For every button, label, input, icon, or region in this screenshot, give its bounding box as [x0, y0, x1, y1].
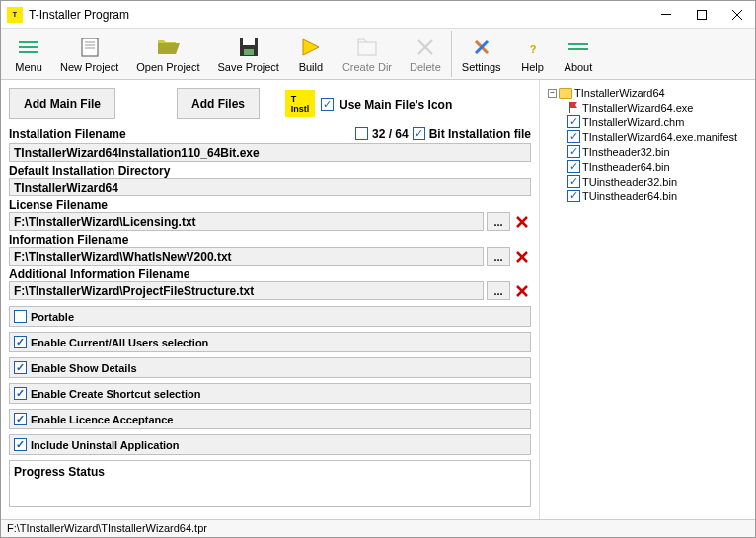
svg-rect-4 — [19, 41, 38, 43]
install-icon: TInstl — [285, 90, 315, 117]
app-icon: T — [7, 7, 23, 23]
tree-item-label: TInstallerWizard64.exe.manifest — [582, 131, 737, 143]
chk-bit-install[interactable] — [413, 127, 425, 140]
svg-rect-7 — [82, 38, 98, 56]
use-main-icon-checkbox[interactable] — [321, 98, 334, 111]
tree-item-label: TInstallerWizard64.exe — [582, 102, 694, 114]
svg-rect-6 — [19, 51, 38, 53]
close-button[interactable] — [719, 2, 755, 28]
new-project-button[interactable]: New Project — [52, 31, 126, 77]
option-details[interactable]: Enable Show Details — [9, 357, 531, 378]
default-dir-field[interactable] — [9, 178, 531, 196]
option-licence-label: Enable Licence Acceptance — [31, 414, 174, 425]
open-project-button[interactable]: Open Project — [128, 31, 207, 77]
addl-info-clear-button[interactable] — [513, 282, 531, 300]
title-bar: T T-Installer Program — [1, 1, 755, 29]
about-button[interactable]: About — [557, 31, 601, 77]
folder-icon — [559, 88, 572, 99]
tree-item[interactable]: TInstallerWizard64.exe.manifest — [544, 129, 751, 144]
svg-rect-21 — [568, 48, 588, 50]
svg-text:?: ? — [529, 43, 536, 55]
create-dir-button: Create Dir — [335, 31, 400, 77]
install-filename-field[interactable] — [9, 143, 531, 162]
option-portable-label: Portable — [31, 311, 74, 323]
tree-item-label: TInstheader64.bin — [582, 161, 670, 173]
option-uninstall[interactable]: Include Uninstall Application — [9, 434, 531, 455]
option-users-label: Enable Current/All Users selection — [31, 337, 208, 348]
svg-rect-28 — [569, 102, 570, 113]
option-licence-checkbox[interactable] — [14, 413, 27, 425]
save-project-button[interactable]: Save Project — [210, 31, 287, 77]
tree-checkbox[interactable] — [567, 160, 580, 173]
tree-item[interactable]: TInstheader32.bin — [544, 144, 751, 159]
option-details-label: Enable Show Details — [31, 362, 137, 374]
license-field[interactable] — [9, 212, 484, 231]
option-users-checkbox[interactable] — [14, 336, 27, 348]
progress-status: Progress Status — [9, 460, 531, 507]
svg-rect-1 — [698, 10, 707, 19]
add-main-file-button[interactable]: Add Main File — [9, 88, 115, 119]
minimize-button[interactable] — [648, 2, 684, 28]
add-files-button[interactable]: Add Files — [177, 88, 260, 119]
window-title: T-Installer Program — [29, 8, 648, 22]
tree-checkbox[interactable] — [567, 115, 580, 128]
option-portable-checkbox[interactable] — [14, 310, 27, 323]
tree-item-label: TInstallerWizard.chm — [582, 116, 684, 128]
tree-item[interactable]: TInstallerWizard.chm — [544, 115, 751, 129]
info-browse-button[interactable]: ... — [487, 247, 510, 266]
build-button[interactable]: Build — [289, 31, 333, 77]
tree-item[interactable]: TUinstheader32.bin — [544, 174, 751, 189]
option-licence[interactable]: Enable Licence Acceptance — [9, 409, 531, 429]
license-label: License Filename — [9, 198, 531, 212]
option-shortcut-checkbox[interactable] — [14, 387, 27, 400]
option-shortcut-label: Enable Create Shortcut selection — [31, 388, 200, 400]
info-field[interactable] — [9, 247, 484, 266]
delete-button: Delete — [402, 31, 449, 77]
option-portable[interactable]: Portable — [9, 306, 531, 327]
use-main-icon-label: Use Main File's Icon — [340, 98, 452, 112]
tree-item-label: TInstheader32.bin — [582, 146, 670, 158]
option-details-checkbox[interactable] — [14, 361, 27, 374]
svg-rect-13 — [244, 49, 254, 55]
maximize-button[interactable] — [684, 2, 719, 28]
toolbar: Menu New Project Open Project Save Proje… — [1, 29, 755, 80]
svg-rect-5 — [19, 46, 38, 48]
tree-item[interactable]: TUinstheader64.bin — [544, 189, 751, 203]
tree-root[interactable]: − TInstallerWizard64 — [544, 86, 751, 100]
default-dir-label: Default Installation Directory — [9, 164, 531, 178]
tree-item[interactable]: TInstheader64.bin — [544, 159, 751, 174]
status-bar: F:\TInstallerWizard\TInstallerWizard64.t… — [1, 519, 755, 537]
tree-checkbox[interactable] — [567, 130, 580, 143]
license-clear-button[interactable] — [513, 213, 531, 231]
svg-rect-20 — [568, 43, 588, 45]
chk-32-64[interactable] — [355, 127, 368, 140]
svg-rect-0 — [661, 14, 671, 15]
addl-info-label: Additional Information Filename — [9, 268, 531, 281]
tree-checkbox[interactable] — [567, 175, 580, 188]
license-browse-button[interactable]: ... — [487, 212, 510, 231]
svg-rect-12 — [243, 38, 255, 45]
collapse-icon[interactable]: − — [548, 89, 557, 98]
settings-button[interactable]: Settings — [451, 31, 509, 77]
tree-checkbox[interactable] — [567, 190, 580, 202]
flag-icon — [567, 101, 580, 114]
option-uninstall-label: Include Uninstall Application — [31, 439, 180, 451]
tree-checkbox[interactable] — [567, 145, 580, 158]
main-panel: Add Main File Add Files TInstl Use Main … — [1, 80, 539, 519]
addl-info-field[interactable] — [9, 281, 484, 300]
svg-rect-14 — [358, 42, 376, 55]
tree-item[interactable]: TInstallerWizard64.exe — [544, 100, 751, 115]
info-clear-button[interactable] — [513, 248, 531, 266]
file-tree-panel: − TInstallerWizard64 TInstallerWizard64.… — [539, 80, 755, 519]
option-uninstall-checkbox[interactable] — [14, 438, 27, 451]
info-label: Information Filename — [9, 233, 531, 247]
tree-item-label: TUinstheader64.bin — [582, 191, 677, 202]
option-users[interactable]: Enable Current/All Users selection — [9, 332, 531, 352]
option-shortcut[interactable]: Enable Create Shortcut selection — [9, 383, 531, 404]
menu-button[interactable]: Menu — [7, 31, 50, 77]
tree-item-label: TUinstheader32.bin — [582, 176, 677, 188]
install-filename-label: Installation Filename — [9, 127, 126, 141]
help-button[interactable]: ?Help — [511, 31, 555, 77]
addl-info-browse-button[interactable]: ... — [487, 281, 510, 300]
